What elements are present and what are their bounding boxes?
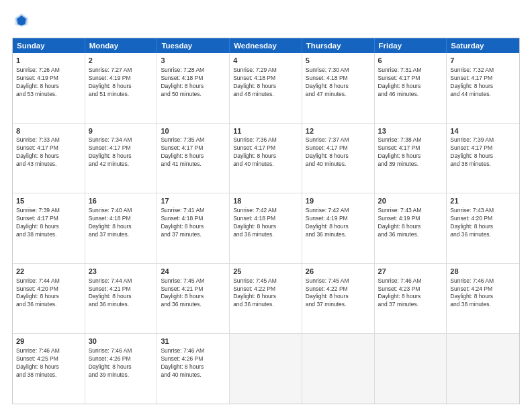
day-cell-6: 6Sunrise: 7:31 AMSunset: 4:17 PMDaylight…: [375, 53, 447, 123]
day-cell-26: 26Sunrise: 7:45 AMSunset: 4:22 PMDayligh…: [302, 264, 375, 334]
day-cell-31: 31Sunrise: 7:46 AMSunset: 4:26 PMDayligh…: [157, 334, 230, 404]
day-number: 2: [89, 56, 154, 66]
day-number: 29: [16, 336, 81, 347]
day-cell-1: 1Sunrise: 7:26 AMSunset: 4:19 PMDaylight…: [13, 53, 85, 123]
day-number: 27: [378, 267, 443, 277]
day-number: 14: [450, 126, 516, 136]
day-cell-23: 23Sunrise: 7:44 AMSunset: 4:21 PMDayligh…: [85, 264, 158, 334]
day-info: Sunrise: 7:43 AMSunset: 4:20 PMDaylight:…: [450, 207, 516, 239]
day-number: 30: [89, 336, 154, 347]
day-cell-25: 25Sunrise: 7:45 AMSunset: 4:22 PMDayligh…: [230, 264, 302, 334]
day-number: 26: [306, 267, 371, 277]
day-info: Sunrise: 7:46 AMSunset: 4:23 PMDaylight:…: [378, 277, 443, 310]
day-cell-13: 13Sunrise: 7:38 AMSunset: 4:17 PMDayligh…: [375, 124, 447, 193]
day-number: 23: [89, 267, 154, 277]
day-info: Sunrise: 7:31 AMSunset: 4:17 PMDaylight:…: [378, 66, 443, 99]
day-number: 1: [16, 56, 81, 66]
calendar-body: 1Sunrise: 7:26 AMSunset: 4:19 PMDaylight…: [13, 53, 519, 404]
day-number: 25: [233, 267, 298, 277]
day-cell-10: 10Sunrise: 7:35 AMSunset: 4:17 PMDayligh…: [157, 124, 230, 193]
day-number: 3: [161, 56, 226, 66]
day-info: Sunrise: 7:35 AMSunset: 4:17 PMDaylight:…: [161, 136, 226, 169]
day-info: Sunrise: 7:46 AMSunset: 4:26 PMDaylight:…: [89, 347, 154, 379]
week-row-4: 22Sunrise: 7:44 AMSunset: 4:20 PMDayligh…: [13, 264, 519, 334]
day-info: Sunrise: 7:45 AMSunset: 4:22 PMDaylight:…: [306, 277, 371, 310]
day-cell-12: 12Sunrise: 7:37 AMSunset: 4:17 PMDayligh…: [302, 124, 375, 193]
header-day-wednesday: Wednesday: [230, 38, 302, 53]
week-row-5: 29Sunrise: 7:46 AMSunset: 4:25 PMDayligh…: [13, 334, 519, 404]
day-number: 5: [306, 56, 371, 66]
day-info: Sunrise: 7:29 AMSunset: 4:18 PMDaylight:…: [233, 66, 298, 99]
day-cell-17: 17Sunrise: 7:41 AMSunset: 4:18 PMDayligh…: [157, 193, 230, 263]
day-cell-21: 21Sunrise: 7:43 AMSunset: 4:20 PMDayligh…: [447, 193, 519, 263]
day-number: 9: [89, 126, 154, 136]
day-number: 11: [233, 126, 298, 136]
day-cell-14: 14Sunrise: 7:39 AMSunset: 4:17 PMDayligh…: [447, 124, 519, 193]
week-row-2: 8Sunrise: 7:33 AMSunset: 4:17 PMDaylight…: [13, 124, 519, 194]
day-info: Sunrise: 7:45 AMSunset: 4:21 PMDaylight:…: [161, 277, 226, 310]
header-day-sunday: Sunday: [13, 38, 85, 53]
logo-icon: [13, 12, 30, 28]
day-info: Sunrise: 7:30 AMSunset: 4:18 PMDaylight:…: [306, 66, 371, 99]
header-day-friday: Friday: [375, 38, 447, 53]
day-number: 15: [16, 196, 81, 206]
day-number: 4: [233, 56, 298, 66]
header: [12, 12, 520, 31]
day-cell-15: 15Sunrise: 7:39 AMSunset: 4:17 PMDayligh…: [13, 193, 85, 263]
day-info: Sunrise: 7:26 AMSunset: 4:19 PMDaylight:…: [16, 66, 81, 99]
day-cell-9: 9Sunrise: 7:34 AMSunset: 4:17 PMDaylight…: [85, 124, 158, 193]
calendar-header: SundayMondayTuesdayWednesdayThursdayFrid…: [13, 38, 519, 53]
day-info: Sunrise: 7:46 AMSunset: 4:24 PMDaylight:…: [450, 277, 516, 310]
day-cell-30: 30Sunrise: 7:46 AMSunset: 4:26 PMDayligh…: [85, 334, 158, 404]
day-cell-11: 11Sunrise: 7:36 AMSunset: 4:17 PMDayligh…: [230, 124, 302, 193]
day-cell-29: 29Sunrise: 7:46 AMSunset: 4:25 PMDayligh…: [13, 334, 85, 404]
week-row-1: 1Sunrise: 7:26 AMSunset: 4:19 PMDaylight…: [13, 53, 519, 124]
day-number: 7: [450, 56, 516, 66]
day-number: 20: [378, 196, 443, 206]
day-info: Sunrise: 7:44 AMSunset: 4:20 PMDaylight:…: [16, 277, 81, 310]
day-cell-7: 7Sunrise: 7:32 AMSunset: 4:17 PMDaylight…: [447, 53, 519, 123]
day-cell-20: 20Sunrise: 7:43 AMSunset: 4:19 PMDayligh…: [375, 193, 447, 263]
day-cell-16: 16Sunrise: 7:40 AMSunset: 4:18 PMDayligh…: [85, 193, 158, 263]
day-info: Sunrise: 7:46 AMSunset: 4:26 PMDaylight:…: [161, 347, 226, 379]
day-cell-27: 27Sunrise: 7:46 AMSunset: 4:23 PMDayligh…: [375, 264, 447, 334]
day-number: 19: [306, 196, 371, 206]
day-info: Sunrise: 7:41 AMSunset: 4:18 PMDaylight:…: [161, 207, 226, 239]
logo: [12, 12, 30, 31]
day-info: Sunrise: 7:36 AMSunset: 4:17 PMDaylight:…: [233, 136, 298, 169]
day-number: 8: [16, 126, 81, 136]
day-number: 31: [161, 336, 226, 347]
day-number: 13: [378, 126, 443, 136]
day-cell-5: 5Sunrise: 7:30 AMSunset: 4:18 PMDaylight…: [302, 53, 375, 123]
calendar: SundayMondayTuesdayWednesdayThursdayFrid…: [12, 38, 520, 404]
week-row-3: 15Sunrise: 7:39 AMSunset: 4:17 PMDayligh…: [13, 193, 519, 264]
day-info: Sunrise: 7:42 AMSunset: 4:18 PMDaylight:…: [233, 207, 298, 239]
header-day-thursday: Thursday: [302, 38, 375, 53]
day-info: Sunrise: 7:38 AMSunset: 4:17 PMDaylight:…: [378, 136, 443, 169]
day-number: 21: [450, 196, 516, 206]
header-day-tuesday: Tuesday: [157, 38, 230, 53]
day-info: Sunrise: 7:27 AMSunset: 4:19 PMDaylight:…: [89, 66, 154, 99]
empty-cell: [302, 334, 375, 404]
header-day-monday: Monday: [85, 38, 158, 53]
day-info: Sunrise: 7:33 AMSunset: 4:17 PMDaylight:…: [16, 136, 81, 169]
day-number: 28: [450, 267, 516, 277]
day-info: Sunrise: 7:44 AMSunset: 4:21 PMDaylight:…: [89, 277, 154, 310]
day-cell-3: 3Sunrise: 7:28 AMSunset: 4:18 PMDaylight…: [157, 53, 230, 123]
header-day-saturday: Saturday: [447, 38, 519, 53]
day-info: Sunrise: 7:39 AMSunset: 4:17 PMDaylight:…: [16, 207, 81, 239]
day-info: Sunrise: 7:43 AMSunset: 4:19 PMDaylight:…: [378, 207, 443, 239]
day-cell-8: 8Sunrise: 7:33 AMSunset: 4:17 PMDaylight…: [13, 124, 85, 193]
empty-cell: [375, 334, 447, 404]
day-info: Sunrise: 7:45 AMSunset: 4:22 PMDaylight:…: [233, 277, 298, 310]
day-cell-22: 22Sunrise: 7:44 AMSunset: 4:20 PMDayligh…: [13, 264, 85, 334]
day-cell-28: 28Sunrise: 7:46 AMSunset: 4:24 PMDayligh…: [447, 264, 519, 334]
day-info: Sunrise: 7:42 AMSunset: 4:19 PMDaylight:…: [306, 207, 371, 239]
day-info: Sunrise: 7:40 AMSunset: 4:18 PMDaylight:…: [89, 207, 154, 239]
day-number: 16: [89, 196, 154, 206]
day-number: 22: [16, 267, 81, 277]
day-info: Sunrise: 7:37 AMSunset: 4:17 PMDaylight:…: [306, 136, 371, 169]
empty-cell: [230, 334, 302, 404]
day-number: 18: [233, 196, 298, 206]
day-number: 17: [161, 196, 226, 206]
